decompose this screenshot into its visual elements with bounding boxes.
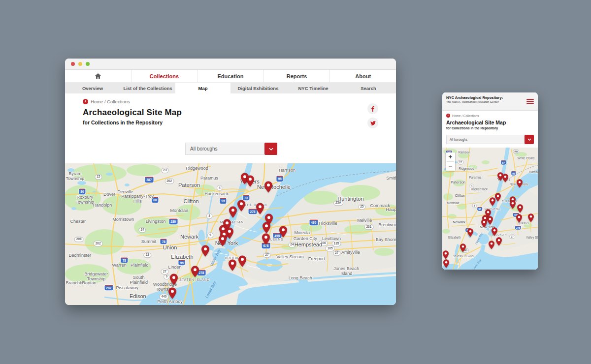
nav-home[interactable] (65, 70, 131, 82)
menu-button[interactable] (526, 99, 534, 105)
site-pin[interactable] (467, 228, 474, 237)
site-pin[interactable] (218, 235, 227, 246)
mobile-archaeological-site-map[interactable]: 28787959549527895179W4327440RamseyWhite … (442, 148, 538, 270)
map-label: Parsippany-Troy Hills (121, 194, 154, 204)
map-label: Valley Stream (526, 236, 538, 239)
map-label: Bedminster (68, 253, 91, 258)
page-header-area: ‹ Home / Collections Archaeological Site… (65, 93, 396, 163)
site-pin[interactable] (460, 243, 466, 252)
tab-overview[interactable]: Overview (65, 83, 120, 93)
site-pin[interactable] (517, 204, 523, 213)
road-shield-78: 78 (121, 257, 128, 263)
mobile-header: NYC Archaeological Repository: The Nan A… (442, 92, 538, 111)
twitter-share-button[interactable] (367, 118, 378, 128)
map-zoom-control: + − (446, 152, 455, 171)
map-label: Smithtown (386, 176, 396, 181)
map-label: Amityville (341, 250, 360, 255)
back-arrow-icon: ‹ (83, 99, 88, 104)
zoom-in-button[interactable]: + (446, 152, 455, 161)
mobile-page-header-area: ‹ Home / Collections Archaeological Site… (442, 111, 538, 148)
zoom-out-button[interactable]: − (446, 162, 455, 171)
site-pin[interactable] (201, 245, 209, 257)
site-pin[interactable] (488, 241, 494, 249)
site-pin[interactable] (481, 219, 487, 228)
road-shield-231: 231 (364, 224, 373, 230)
site-pin[interactable] (170, 273, 178, 285)
site-pin[interactable] (487, 216, 493, 225)
site-pin[interactable] (442, 250, 449, 259)
site-pin[interactable] (229, 206, 237, 218)
map-label: Upper Bay (209, 248, 222, 267)
site-pin[interactable] (490, 197, 496, 206)
map-label: White Plains (517, 156, 534, 160)
breadcrumb[interactable]: ‹ Home / Collections (83, 99, 396, 104)
map-label: Denville (117, 189, 133, 194)
site-pin[interactable] (516, 214, 522, 223)
map-label: Newark (453, 220, 465, 225)
road-shield-27: 27 (263, 252, 270, 258)
site-pin[interactable] (528, 213, 534, 222)
map-label: Garden City (294, 236, 317, 241)
site-pin[interactable] (516, 179, 523, 188)
mobile-preview-window: NYC Archaeological Repository: The Nan A… (442, 92, 538, 270)
map-label: STATEN ISLAND (179, 278, 210, 282)
nav-collections[interactable]: Collections (131, 70, 197, 82)
road-shield-27: 27 (509, 235, 515, 239)
site-pin[interactable] (168, 287, 176, 299)
site-pin[interactable] (237, 200, 246, 212)
site-pin[interactable] (443, 259, 449, 268)
map-label: Paterson (178, 182, 200, 188)
map-label: Harrison (529, 170, 538, 174)
facebook-share-button[interactable] (367, 103, 378, 114)
road-shield-95: 95 (277, 176, 283, 182)
site-pin[interactable] (229, 259, 237, 271)
site-pin[interactable] (246, 175, 255, 187)
site-pin[interactable] (238, 255, 247, 267)
site-pin[interactable] (491, 227, 497, 236)
tab-search[interactable]: Search (341, 83, 396, 93)
road-shield-95: 95 (179, 260, 185, 266)
chevron-down-icon (269, 148, 273, 151)
mobile-borough-select[interactable]: All boroughs (446, 135, 525, 144)
borough-select[interactable]: All boroughs (185, 143, 264, 155)
road-shield-80: 80 (152, 197, 158, 203)
site-pin[interactable] (279, 226, 287, 238)
site-pin[interactable] (496, 237, 502, 246)
mobile-borough-select-arrow-button[interactable] (525, 135, 534, 144)
site-pin[interactable] (256, 203, 264, 214)
tab-digital-exhibitions[interactable]: Digital Exhibitions (230, 83, 286, 93)
tab-nyc-timeline[interactable]: NYC Timeline (286, 83, 341, 93)
window-close-button[interactable] (71, 62, 75, 66)
map-label: Branchburg (66, 280, 89, 285)
window-zoom-button[interactable] (86, 62, 90, 66)
road-shield-22: 22 (144, 252, 151, 258)
nav-education[interactable]: Education (197, 70, 263, 82)
road-shield-9: 9 (207, 232, 213, 238)
browser-titlebar (65, 59, 396, 70)
chevron-down-icon (527, 138, 531, 141)
mobile-breadcrumb-text: Home / Collections (452, 114, 479, 118)
map-label: Warren (112, 263, 127, 268)
borough-select-arrow-button[interactable] (264, 143, 277, 155)
site-pin[interactable] (263, 222, 271, 234)
road-shield-287: 287 (104, 285, 113, 291)
window-minimize-button[interactable] (78, 62, 82, 66)
tab-map[interactable]: Map (175, 83, 230, 93)
mobile-breadcrumb[interactable]: ‹ Home / Collections (446, 114, 534, 118)
archaeological-site-map[interactable]: 2878080958795280278495495678787895278287… (65, 163, 396, 305)
map-label: Clifton (455, 194, 465, 198)
site-pin[interactable] (262, 233, 270, 245)
nav-reports[interactable]: Reports (263, 70, 330, 82)
tab-list-of-collections[interactable]: List of the Collections (120, 83, 175, 93)
road-shield-106: 106 (319, 240, 328, 246)
site-pin[interactable] (191, 266, 199, 277)
site-pin[interactable] (509, 200, 516, 209)
road-shield-17: 17 (458, 160, 463, 165)
map-overlay: 28787959549527895179W4327440RamseyWhite … (442, 148, 538, 270)
nav-about[interactable]: About (329, 70, 396, 82)
road-shield-202: 202 (94, 241, 103, 246)
map-label: STATEN ISLAND (453, 255, 474, 258)
site-pin[interactable] (502, 174, 509, 182)
site-pin[interactable] (264, 181, 273, 193)
map-label: Perth Amboy (157, 299, 183, 304)
